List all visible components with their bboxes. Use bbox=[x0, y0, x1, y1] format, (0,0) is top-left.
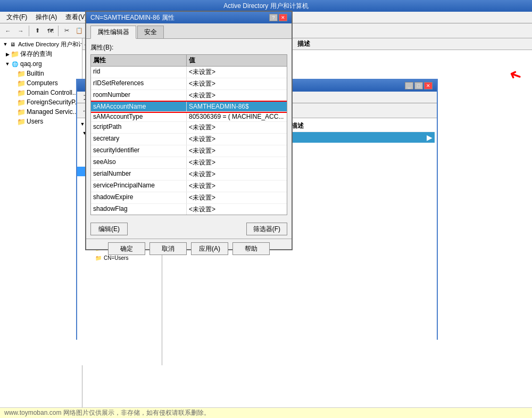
help-button[interactable]: 帮助 bbox=[232, 242, 270, 255]
toolbar-up[interactable]: ⬆ bbox=[31, 25, 43, 37]
attr-row[interactable]: secretary<未设置> bbox=[91, 134, 287, 145]
attr-cell-value: 805306369 = ( MACHINE_ACC... bbox=[187, 112, 287, 121]
sidebar-item-managed-service[interactable]: ▶ 📁 Managed Servic... bbox=[0, 107, 82, 117]
attr-row[interactable]: serialNumber<未设置> bbox=[91, 169, 287, 181]
filter-button[interactable]: 筛选器(F) bbox=[246, 223, 287, 235]
attr-table-header: 属性 值 bbox=[90, 54, 287, 66]
attr-cell-value: <未设置> bbox=[187, 204, 287, 215]
adsi-close-btn[interactable]: ✕ bbox=[424, 82, 433, 89]
folder-saved-icon: 📁 bbox=[11, 50, 19, 59]
toolbar-cut[interactable]: ✂ bbox=[61, 25, 72, 37]
title-bar: Active Directory 用户和计算机 bbox=[0, 0, 532, 12]
cn-tab-bar: 属性编辑器 安全 bbox=[86, 23, 292, 39]
sidebar-label-users: Users bbox=[27, 118, 43, 125]
adsi-minimize-btn[interactable]: _ bbox=[405, 82, 413, 89]
sidebar-item-saved-queries[interactable]: ▶ 📁 保存的查询 bbox=[0, 49, 82, 59]
folder-dc-icon: 📁 bbox=[17, 88, 26, 97]
tab-attr-editor[interactable]: 属性编辑器 bbox=[90, 26, 136, 39]
watermark: www.toymoban.com 网络图片仅供展示，非存储，如有侵权请联系删除。 bbox=[0, 407, 532, 418]
attr-cell-name: servicePrincipalName bbox=[91, 181, 187, 192]
toolbar-sep2 bbox=[58, 26, 59, 36]
cn-title-text: CN=SAMTHEADMIN-86 属性 bbox=[90, 13, 268, 22]
attr-row[interactable]: shadowExpire<未设置> bbox=[91, 192, 287, 204]
header-val: 值 bbox=[187, 55, 287, 66]
expand-saved[interactable]: ▶ bbox=[4, 51, 11, 58]
sidebar-label-qaq: qaq.org bbox=[20, 60, 42, 68]
toolbar-map[interactable]: 🗺 bbox=[44, 25, 56, 37]
sidebar-item-builtin[interactable]: ▶ 📁 Builtin bbox=[0, 69, 82, 78]
apply-button[interactable]: 应用(A) bbox=[191, 242, 228, 255]
folder-users-icon: 📁 bbox=[17, 117, 26, 126]
sidebar-label-foreign: ForeignSecurityP... bbox=[27, 99, 80, 106]
expand-qaq[interactable]: ▼ bbox=[4, 61, 11, 67]
tab-security[interactable]: 安全 bbox=[137, 26, 164, 38]
attr-cell-name: sAMAccountType bbox=[91, 112, 187, 121]
sidebar-item-qaq[interactable]: ▼ 🌐 qaq.org bbox=[0, 59, 82, 69]
sidebar-label-builtin: Builtin bbox=[27, 70, 44, 77]
expand-root[interactable]: ▼ bbox=[2, 41, 9, 47]
attr-cell-value: <未设置> bbox=[187, 122, 287, 133]
attr-row[interactable]: roomNumber<未设置> bbox=[91, 90, 287, 102]
sidebar-label-saved: 保存的查询 bbox=[20, 50, 52, 59]
cn-help-btn[interactable]: ? bbox=[269, 14, 278, 21]
attr-cell-value: <未设置> bbox=[187, 134, 287, 145]
ok-button[interactable]: 确定 bbox=[108, 242, 145, 255]
folder-managed-icon: 📁 bbox=[17, 108, 26, 116]
cn-bottom-section: 编辑(E) 筛选器(F) bbox=[86, 219, 292, 239]
watermark-text: www.toymoban.com 网络图片仅供展示，非存储，如有侵权请联系删除。 bbox=[4, 408, 210, 417]
attr-row[interactable]: rIDSetReferences<未设置> bbox=[91, 78, 287, 90]
sidebar-item-foreign-security[interactable]: ▶ 📁 ForeignSecurityP... bbox=[0, 97, 82, 107]
attr-cell-name: rid bbox=[91, 67, 187, 78]
attr-cell-name: rIDSetReferences bbox=[91, 78, 187, 89]
toolbar-sep1 bbox=[29, 26, 29, 36]
attr-row[interactable]: rid<未设置> bbox=[91, 67, 287, 78]
attr-label: 属性(B): bbox=[90, 43, 287, 52]
attr-cell-value: <未设置> bbox=[187, 181, 287, 192]
attr-row[interactable]: scriptPath<未设置> bbox=[91, 122, 287, 134]
toolbar-forward[interactable]: → bbox=[15, 25, 27, 37]
sidebar-item-root[interactable]: ▼ 🖥 Active Directory 用户和计算机 bbox=[0, 39, 82, 49]
menu-file[interactable]: 文件(F) bbox=[2, 12, 31, 23]
menu-action[interactable]: 操作(A) bbox=[31, 12, 61, 23]
attr-cell-name: scriptPath bbox=[91, 122, 187, 133]
attr-row[interactable]: sAMAccountNameSAMTHEADMIN-86$ bbox=[91, 102, 287, 112]
ad-icon: 🖥 bbox=[9, 40, 17, 48]
attr-cell-value: <未设置> bbox=[187, 78, 287, 89]
attr-cell-name: securityIdentifier bbox=[91, 145, 187, 157]
domain-icon: 🌐 bbox=[11, 60, 19, 68]
attr-row[interactable]: securityIdentifier<未设置> bbox=[91, 145, 287, 157]
attr-row[interactable]: shadowFlag<未设置> bbox=[91, 204, 287, 215]
attr-row[interactable]: seeAlso<未设置> bbox=[91, 157, 287, 169]
cancel-button[interactable]: 取消 bbox=[149, 242, 187, 255]
folder-computers-icon: 📁 bbox=[17, 79, 26, 87]
sidebar: ▼ 🖥 Active Directory 用户和计算机 ▶ 📁 保存的查询 ▼ … bbox=[0, 38, 82, 407]
sidebar-item-domain-controllers[interactable]: ▶ 📁 Domain Controll... bbox=[0, 88, 82, 97]
folder-builtin-icon: 📁 bbox=[17, 69, 26, 78]
sidebar-item-users[interactable]: ▶ 📁 Users bbox=[0, 117, 82, 126]
folder-foreign-icon: 📁 bbox=[17, 98, 26, 106]
adsi-maximize-btn[interactable]: □ bbox=[414, 82, 423, 89]
adsi-content-col-desc: 描述 bbox=[291, 122, 304, 129]
cn-dialog: CN=SAMTHEADMIN-86 属性 ? ✕ 属性编辑器 安全 属性(B):… bbox=[85, 11, 293, 250]
attr-cell-name: shadowFlag bbox=[91, 204, 187, 215]
attr-cell-value: <未设置> bbox=[187, 90, 287, 101]
attr-section: 属性(B): 属性 值 rid<未设置>rIDSetReferences<未设置… bbox=[86, 39, 292, 219]
attr-cell-name: shadowExpire bbox=[91, 192, 187, 203]
attr-cell-name: sAMAccountName bbox=[91, 102, 187, 111]
attr-cell-value: SAMTHEADMIN-86$ bbox=[187, 102, 287, 111]
cn-close-btn[interactable]: ✕ bbox=[279, 14, 287, 21]
toolbar-back[interactable]: ← bbox=[2, 25, 14, 37]
edit-button[interactable]: 编辑(E) bbox=[90, 223, 128, 235]
sidebar-item-computers[interactable]: ▶ 📁 Computers bbox=[0, 78, 82, 88]
title-text: Active Directory 用户和计算机 bbox=[223, 2, 308, 11]
attr-cell-value: <未设置> bbox=[187, 67, 287, 78]
header-attr: 属性 bbox=[91, 55, 187, 66]
toolbar-copy[interactable]: 📋 bbox=[73, 25, 85, 37]
attr-cell-value: <未设置> bbox=[187, 145, 287, 157]
cn-title-bar: CN=SAMTHEADMIN-86 属性 ? ✕ bbox=[86, 12, 292, 23]
col-header-desc: 描述 bbox=[297, 39, 530, 48]
attr-table-body[interactable]: rid<未设置>rIDSetReferences<未设置>roomNumber<… bbox=[90, 66, 287, 215]
attr-row[interactable]: servicePrincipalName<未设置> bbox=[91, 181, 287, 192]
attr-row[interactable]: sAMAccountType805306369 = ( MACHINE_ACC.… bbox=[91, 112, 287, 122]
attr-cell-name: seeAlso bbox=[91, 157, 187, 168]
